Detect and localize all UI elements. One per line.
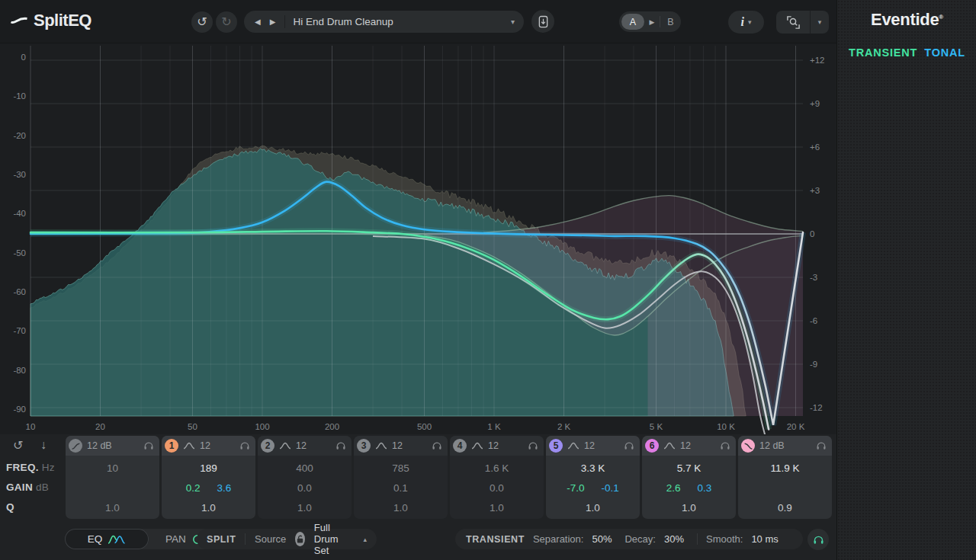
band-4-badge[interactable]: 4 — [453, 439, 467, 453]
slope-value[interactable]: 12 — [584, 440, 595, 451]
band-cell-highpass[interactable]: 12 dB 10 1.0 — [66, 436, 159, 519]
gain-value[interactable]: 0.0 — [490, 482, 504, 494]
band-header: 2 12 — [258, 436, 352, 456]
freq-value[interactable]: 5.7 K — [642, 462, 736, 474]
band-solo-button[interactable] — [432, 441, 442, 450]
ab-copy-icon[interactable]: ▶ — [644, 18, 660, 26]
tab-transient[interactable]: TRANSIENT — [849, 46, 917, 59]
svg-text:-50: -50 — [13, 248, 26, 258]
redo-button[interactable]: ↻ — [216, 11, 237, 33]
band-solo-button[interactable] — [528, 441, 538, 450]
freq-value[interactable]: 785 — [354, 462, 448, 474]
slope-value[interactable]: 12 — [488, 440, 499, 451]
slope-value[interactable]: 12 dB — [759, 440, 785, 451]
gain-value[interactable]: 0.1 — [393, 482, 408, 494]
resize-caret-icon[interactable]: ▾ — [811, 18, 829, 26]
band-3-badge[interactable]: 3 — [357, 439, 371, 453]
divider — [245, 533, 246, 545]
band-solo-button[interactable] — [143, 441, 154, 450]
source-select[interactable]: Full Drum Set — [314, 522, 355, 556]
svg-text:-90: -90 — [13, 405, 26, 414]
resize-button[interactable] — [776, 15, 810, 30]
separation-value[interactable]: 50% — [592, 533, 612, 545]
band-cell-lowpass[interactable]: 12 dB 11.9 K 0.9 — [738, 436, 832, 519]
gain-tonal-value[interactable]: 3.6 — [217, 482, 232, 494]
freq-value[interactable]: 1.6 K — [450, 462, 544, 474]
slope-value[interactable]: 12 — [680, 440, 691, 451]
chevron-down-icon: ▾ — [748, 18, 752, 26]
save-preset-button[interactable] — [531, 10, 554, 33]
gain-transient-value[interactable]: -7.0 — [567, 482, 584, 494]
freq-value[interactable]: 10 — [66, 462, 159, 474]
app-title: SplitEQ — [34, 11, 92, 30]
preset-selector[interactable]: ◀ ▶ Hi End Drum Cleanup ▾ — [244, 11, 524, 33]
band-solo-button[interactable] — [336, 441, 346, 450]
decay-value[interactable]: 30% — [664, 533, 684, 545]
tab-eq[interactable]: EQ — [65, 529, 149, 549]
band-cell-band-1[interactable]: 1 12 189 0.23.6 1.0 — [162, 436, 255, 519]
smooth-label: Smooth: — [706, 533, 743, 545]
ab-b-button[interactable]: B — [660, 17, 681, 27]
highpass-badge[interactable] — [69, 439, 82, 453]
freq-value[interactable]: 3.3 K — [546, 462, 640, 474]
gain-transient-value[interactable]: 0.2 — [186, 482, 201, 494]
tab-tonal[interactable]: TONAL — [924, 46, 965, 59]
band-6-badge[interactable]: 6 — [645, 439, 659, 453]
undo-button[interactable]: ↺ — [191, 11, 213, 33]
band-solo-button[interactable] — [720, 441, 730, 450]
lowpass-badge[interactable] — [741, 439, 755, 453]
q-value[interactable]: 1.0 — [546, 502, 640, 514]
q-value[interactable]: 1.0 — [642, 502, 736, 514]
smooth-value[interactable]: 10 ms — [751, 533, 778, 545]
band-cell-band-6[interactable]: 6 12 5.7 K 2.60.3 1.0 — [642, 436, 736, 519]
band-solo-button[interactable] — [239, 441, 250, 450]
slope-value[interactable]: 12 — [392, 440, 403, 451]
band-solo-button[interactable] — [816, 441, 827, 450]
band-cell-band-5[interactable]: 5 12 3.3 K -7.0-0.1 1.0 — [546, 436, 640, 519]
collapse-strip-icon[interactable]: ↓ — [40, 438, 47, 452]
source-caret-icon[interactable]: ▴ — [363, 536, 367, 543]
slope-value[interactable]: 12 — [200, 440, 210, 451]
split-section: SPLIT Source Full Drum Set ▴ — [197, 529, 377, 549]
headphones-icon — [143, 441, 154, 450]
reset-bands-icon[interactable]: ↺ — [13, 438, 23, 453]
svg-text:500: 500 — [417, 422, 432, 431]
band-1-badge[interactable]: 1 — [165, 439, 178, 453]
transient-section: TRANSIENT Separation: 50% Decay: 30% Smo… — [455, 529, 803, 549]
eq-curves-icon — [108, 534, 126, 545]
gain-tonal-value[interactable]: 0.3 — [698, 482, 712, 494]
band-cell-band-2[interactable]: 2 12 400 0.0 1.0 — [258, 436, 352, 519]
preset-name[interactable]: Hi End Drum Cleanup — [285, 16, 511, 27]
q-value[interactable]: 1.0 — [354, 502, 448, 514]
slope-value[interactable]: 12 — [296, 440, 307, 451]
preset-caret-icon[interactable]: ▾ — [511, 18, 524, 26]
q-value[interactable]: 1.0 — [450, 502, 544, 514]
q-value[interactable]: 1.0 — [258, 502, 352, 514]
slope-value[interactable]: 12 dB — [87, 440, 112, 451]
eq-graph[interactable]: 0-10-20-30-40-50-60-70-80-90+12+9+6+30-3… — [0, 43, 836, 434]
preset-next-icon[interactable]: ▶ — [270, 18, 276, 26]
gain-value[interactable]: 0.0 — [297, 482, 312, 494]
freq-value[interactable]: 189 — [162, 462, 255, 474]
q-value[interactable]: 1.0 — [66, 502, 159, 514]
info-button[interactable]: i ▾ — [728, 11, 764, 34]
svg-text:10: 10 — [26, 422, 36, 431]
transient-solo-button[interactable] — [807, 529, 829, 550]
source-lock-button[interactable] — [295, 532, 305, 546]
preset-prev-icon[interactable]: ◀ — [255, 18, 261, 26]
headphones-icon — [239, 441, 250, 450]
gain-row: 0.1 — [354, 482, 448, 494]
band-2-badge[interactable]: 2 — [261, 439, 274, 453]
band-solo-button[interactable] — [624, 441, 634, 450]
gain-transient-value[interactable]: 2.6 — [666, 482, 681, 494]
band-cell-band-3[interactable]: 3 12 785 0.1 1.0 — [354, 436, 448, 519]
gain-tonal-value[interactable]: -0.1 — [602, 482, 619, 494]
freq-value[interactable]: 400 — [258, 462, 352, 474]
q-value[interactable]: 0.9 — [738, 502, 832, 514]
band-5-badge[interactable]: 5 — [549, 439, 563, 453]
gain-row: 0.23.6 — [162, 482, 255, 494]
q-value[interactable]: 1.0 — [162, 502, 255, 514]
band-cell-band-4[interactable]: 4 12 1.6 K 0.0 1.0 — [450, 436, 544, 519]
freq-value[interactable]: 11.9 K — [738, 462, 832, 474]
ab-a-button[interactable]: A — [621, 14, 644, 30]
